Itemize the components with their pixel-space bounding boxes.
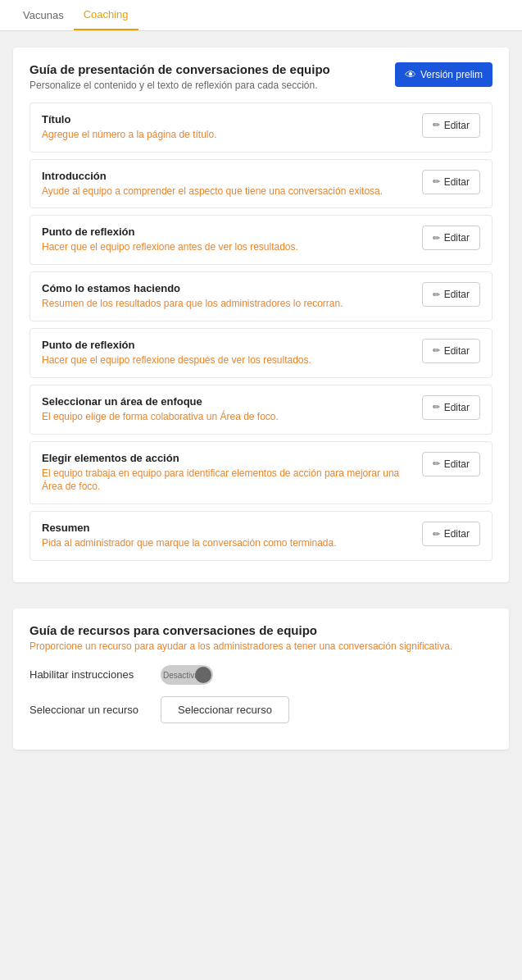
resources-guide-section: Guía de recursos para conversaciones de …: [13, 609, 509, 750]
item-content-reflexion-before: Punto de reflexión Hacer que el equipo r…: [42, 226, 412, 254]
presentation-guide-card: Guía de presentación de conversaciones d…: [13, 48, 509, 582]
list-item: Cómo lo estamos haciendo Resumen de los …: [30, 271, 492, 321]
edit-button-area[interactable]: ✏ Editar: [422, 395, 480, 420]
resources-guide-title: Guía de recursos para conversaciones de …: [30, 623, 492, 637]
item-content-accion: Elegir elementos de acción El equipo tra…: [42, 452, 412, 495]
pencil-icon: ✏: [433, 345, 440, 356]
list-item: Título Agregue el número a la página de …: [30, 103, 492, 153]
nav-item-coaching[interactable]: Coaching: [74, 0, 138, 30]
item-desc-como: Resumen de los resultados para que los a…: [42, 297, 412, 311]
list-item: Resumen Pida al administrador que marque…: [30, 511, 492, 561]
item-content-reflexion-after: Punto de reflexión Hacer que el equipo r…: [42, 339, 412, 367]
select-resource-row: Seleccionar un recurso Seleccionar recur…: [30, 696, 492, 723]
list-item: Punto de reflexión Hacer que el equipo r…: [30, 215, 492, 265]
list-item: Elegir elementos de acción El equipo tra…: [30, 441, 492, 505]
items-container: Título Agregue el número a la página de …: [30, 103, 492, 561]
item-title-area: Seleccionar un área de enfoque: [42, 395, 412, 408]
item-content-titulo: Título Agregue el número a la página de …: [42, 113, 412, 142]
item-desc-titulo: Agregue el número a la página de título.: [42, 128, 412, 142]
toggle-container[interactable]: Desactivado: [161, 665, 213, 685]
pencil-icon: ✏: [433, 233, 440, 244]
edit-button-reflexion-after[interactable]: ✏ Editar: [422, 339, 480, 363]
main-content: Guía de presentación de conversaciones d…: [0, 31, 522, 779]
presentation-guide-subtitle: Personalize el contenido y el texto de r…: [30, 79, 330, 93]
edit-button-introduccion[interactable]: ✏ Editar: [422, 170, 480, 194]
list-item: Punto de reflexión Hacer que el equipo r…: [30, 328, 492, 378]
toggle-switch[interactable]: Desactivado: [161, 665, 213, 685]
item-desc-accion: El equipo trabaja en equipo para identif…: [42, 467, 412, 495]
edit-button-como[interactable]: ✏ Editar: [422, 282, 480, 307]
enable-instructions-row: Habilitar instrucciones Desactivado: [30, 665, 492, 685]
item-title-introduccion: Introducción: [42, 170, 412, 182]
eye-icon: 👁: [405, 68, 416, 81]
edit-button-reflexion-before[interactable]: ✏ Editar: [422, 226, 480, 250]
item-title-reflexion-after: Punto de reflexión: [42, 339, 412, 351]
presentation-guide-title-block: Guía de presentación de conversaciones d…: [30, 62, 330, 93]
resources-guide-subtitle: Proporcione un recurso para ayudar a los…: [30, 640, 492, 652]
item-content-resumen: Resumen Pida al administrador que marque…: [42, 522, 412, 550]
list-item: Introducción Ayude al equipo a comprende…: [30, 159, 492, 209]
item-content-como: Cómo lo estamos haciendo Resumen de los …: [42, 282, 412, 311]
pencil-icon: ✏: [433, 402, 440, 413]
item-desc-reflexion-before: Hacer que el equipo reflexione antes de …: [42, 240, 412, 254]
edit-button-resumen[interactable]: ✏ Editar: [422, 522, 480, 546]
item-title-reflexion-before: Punto de reflexión: [42, 226, 412, 238]
item-content-introduccion: Introducción Ayude al equipo a comprende…: [42, 170, 412, 198]
pencil-icon: ✏: [433, 176, 440, 187]
presentation-guide-title: Guía de presentación de conversaciones d…: [30, 62, 330, 76]
edit-button-titulo[interactable]: ✏ Editar: [422, 113, 480, 138]
item-desc-area: El equipo elige de forma colaborativa un…: [42, 410, 412, 424]
pencil-icon: ✏: [433, 458, 440, 469]
presentation-guide-header: Guía de presentación de conversaciones d…: [30, 62, 492, 93]
item-title-como: Cómo lo estamos haciendo: [42, 282, 412, 294]
edit-button-accion[interactable]: ✏ Editar: [422, 452, 480, 476]
item-title-titulo: Título: [42, 113, 412, 125]
version-preview-button[interactable]: 👁 Versión prelim: [395, 62, 492, 87]
pencil-icon: ✏: [433, 120, 440, 130]
toggle-knob: [195, 667, 211, 683]
item-desc-introduccion: Ayude al equipo a comprender el aspecto …: [42, 185, 412, 198]
item-title-resumen: Resumen: [42, 522, 412, 534]
nav-item-vacunas[interactable]: Vacunas: [13, 1, 74, 30]
list-item: Seleccionar un área de enfoque El equipo…: [30, 385, 492, 435]
top-nav: Vacunas Coaching: [0, 0, 522, 31]
select-resource-label: Seleccionar un recurso: [30, 704, 161, 716]
item-desc-reflexion-after: Hacer que el equipo reflexione después d…: [42, 353, 412, 367]
enable-instructions-label: Habilitar instrucciones: [30, 668, 161, 681]
item-title-accion: Elegir elementos de acción: [42, 452, 412, 464]
select-resource-button[interactable]: Seleccionar recurso: [161, 696, 289, 723]
item-desc-resumen: Pida al administrador que marque la conv…: [42, 536, 412, 550]
pencil-icon: ✏: [433, 289, 440, 300]
item-content-area: Seleccionar un área de enfoque El equipo…: [42, 395, 412, 424]
pencil-icon: ✏: [433, 529, 440, 540]
